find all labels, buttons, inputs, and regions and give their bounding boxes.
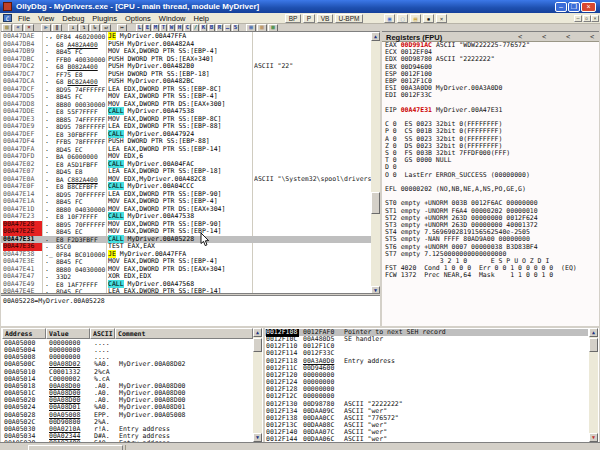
dump-header-ascii[interactable]: ASCII — [90, 328, 115, 339]
disasm-bytes: 8B45 FC — [56, 48, 106, 56]
menu-items: FileViewDebugPluginsOptionsWindowHelp — [14, 13, 213, 24]
register-line: EDI 0012F33C — [385, 92, 432, 100]
window-title: OllyDbg - MyDrivers.exe - [CPU - main th… — [16, 2, 259, 11]
scroll-thumb[interactable] — [589, 338, 598, 352]
plugin-button-p[interactable]: P — [303, 14, 315, 23]
title-bar[interactable]: OllyDbg - MyDrivers.exe - [CPU - main th… — [0, 0, 600, 13]
pane-arrow-icon[interactable]: < — [566, 33, 570, 41]
disasm-bytes: E8 B8CEFBFF — [56, 183, 106, 191]
disasm-bytes: FFB0 40030000 — [56, 56, 106, 64]
stack-pane[interactable]: 0012F1080012FAF0Pointer to next SEH reco… — [265, 328, 599, 442]
disasm-comment: ASCII "22" — [254, 63, 372, 71]
plugin-button-u-bpm[interactable]: U-BPM — [335, 14, 363, 23]
dump-scrollbar[interactable]: ▲ ▼ — [253, 328, 262, 442]
dump-header-address[interactable]: Address — [2, 328, 46, 339]
disasm-bytes: E8 55F7FFFF — [56, 108, 106, 116]
register-line: EFL 00000202 (NO,NB,NE,A,NS,PO,GE,G) — [385, 186, 526, 194]
disasm-bytes: 8B45 FC — [56, 198, 106, 206]
disasm-bytes: 8B80 04030000 — [56, 266, 106, 274]
plugin-pane-icon[interactable]: ▢ — [397, 14, 408, 23]
scroll-down-icon[interactable]: ▼ — [371, 286, 380, 294]
status-panel — [28, 445, 123, 450]
disasm-bytes: 68 B082A400 — [56, 63, 106, 71]
plugin-close-icon[interactable]: × — [436, 14, 447, 23]
scroll-down-icon[interactable]: ▼ — [589, 433, 598, 442]
disasm-row[interactable]: 00A47E36.85C0TEST EAX,EAX — [1, 243, 371, 251]
scroll-thumb[interactable] — [253, 338, 262, 352]
plugin-button-vb[interactable]: VB — [317, 14, 333, 23]
disasm-bytes: 8D45 EC — [56, 146, 106, 154]
cpu-window-icon[interactable]: C — [3, 14, 12, 22]
menu-options[interactable]: Options — [121, 13, 155, 24]
disasm-row[interactable]: 00A47DFA.8D45 ECLEA EAX,DWORD PTR SS:[EB… — [1, 146, 371, 154]
plugin-button-bp[interactable]: BP — [285, 14, 301, 23]
disasm-bytes: 85C0 — [56, 243, 106, 251]
plugin-log-icon[interactable]: ▤ — [410, 14, 421, 23]
registers-pane[interactable]: Registers (FPU) <<<< EAX 00D991AC ASCII … — [382, 31, 599, 326]
disasm-bytes: BA 06000000 — [56, 153, 106, 161]
disasm-text: LEA EAX,DWORD PTR SS:[EBP-14] — [108, 288, 251, 294]
disasm-address: 00A47E4E — [3, 288, 42, 294]
minimize-button[interactable]: – — [555, 2, 567, 12]
close-button[interactable]: × — [581, 2, 596, 12]
menu-debug[interactable]: Debug — [58, 13, 88, 24]
disasm-bytes: FFB5 78FFFFFF — [56, 138, 106, 146]
disasm-comment: ASCII "\System32\spool\drivers' — [254, 176, 372, 184]
scroll-up-icon[interactable]: ▲ — [371, 32, 380, 41]
scroll-up-icon[interactable]: ▲ — [589, 328, 598, 337]
pane-arrow-icon[interactable]: < — [542, 33, 546, 41]
stack-scrollbar[interactable]: ▲ ▼ — [589, 328, 598, 442]
disasm-bytes: E8 1AF7FFFF — [56, 281, 106, 289]
mdi-restore-icon[interactable]: ▫ — [583, 15, 591, 22]
ollydbg-window: OllyDbg - MyDrivers.exe - [CPU - main th… — [0, 0, 600, 450]
scroll-down-icon[interactable]: ▼ — [253, 433, 262, 442]
disasm-bytes: 0F84 46020000 — [56, 33, 106, 41]
register-line: EIP 00A47E31 MyDriver.00A47E31 — [385, 107, 502, 115]
disasm-bytes: 8D95 78FFFFFF — [56, 123, 106, 131]
disasm-bytes: 8B45 FC — [56, 258, 106, 266]
menu-file[interactable]: File — [14, 13, 34, 24]
disassembly-pane[interactable]: 00A47DAE.,0F84 46020000JE MyDriver.00A47… — [1, 31, 380, 294]
disasm-bytes: 8D95 70FFFFFF — [56, 191, 106, 199]
disasm-bytes: 8B80 00030000 — [56, 101, 106, 109]
menu-bar: C FileViewDebugPluginsOptionsWindowHelp … — [0, 13, 600, 24]
menu-view[interactable]: View — [34, 13, 58, 24]
menu-help[interactable]: Help — [189, 13, 212, 24]
info-line: 00A05228=MyDriver.00A05228 — [3, 298, 105, 306]
pane-arrow-icon[interactable]: < — [590, 33, 594, 41]
disasm-bytes: 8D45 EC — [56, 288, 106, 294]
plugin-console-icon[interactable]: ▪ — [423, 14, 434, 23]
scroll-up-icon[interactable]: ▲ — [253, 328, 262, 337]
dump-comment: MyDriver.00A05008 — [119, 412, 186, 420]
mdi-minimize-icon[interactable]: – — [574, 15, 582, 22]
memory-dump-pane[interactable]: AddressValueASCIIComment 00A050000000000… — [1, 328, 263, 442]
disasm-bytes: 8B45 FC — [56, 93, 106, 101]
disasm-scrollbar[interactable]: ▲ ▼ — [371, 32, 380, 294]
scroll-thumb[interactable] — [371, 192, 380, 214]
dump-comment: MyDriver.00A08D02 — [119, 361, 186, 369]
disasm-row[interactable]: 00A47E4E.8D45 ECLEA EAX,DWORD PTR SS:[EB… — [1, 288, 371, 294]
app-icon — [3, 2, 12, 11]
status-divider — [125, 445, 126, 450]
disasm-mark: . — [45, 288, 55, 294]
menu-plugins[interactable]: Plugins — [88, 13, 121, 24]
disasm-bytes: E8 30FBFFFF — [56, 131, 106, 139]
disasm-bytes: 68 A482A400 — [56, 41, 106, 49]
restore-button[interactable]: ❒ — [568, 2, 580, 12]
disasm-bytes: 8B80 04030000 — [56, 206, 106, 214]
dump-header-value[interactable]: Value — [46, 328, 90, 339]
disasm-bytes: 8B95 70FFFFFF — [56, 221, 106, 229]
disasm-bytes: 68 BC82A400 — [56, 78, 106, 86]
plugin-window-icon[interactable]: ▣ — [384, 14, 395, 23]
disasm-row[interactable]: 00A47E31.E8 F2D3FBFFCALL MyDriver.00A052… — [1, 236, 371, 244]
menu-window[interactable]: Window — [155, 13, 190, 24]
dump-header-comment[interactable]: Comment — [115, 328, 253, 339]
mdi-close-icon[interactable]: × — [591, 15, 599, 22]
disasm-bytes: E8 F2D3FBFF — [56, 236, 106, 244]
register-line: FCW 1372 Prec NEAR,64 Mask 1 1 0 0 1 0 — [385, 272, 553, 280]
disasm-bytes: BA C882A400 — [56, 176, 106, 184]
disasm-bytes: 8B45 EC — [56, 228, 106, 236]
pane-arrow-icon[interactable]: < — [518, 33, 522, 41]
disasm-bytes: 8D95 74FFFFFF — [56, 86, 106, 94]
disasm-row[interactable]: 00A47E41.8B80 04030000MOV EAX,DWORD PTR … — [1, 266, 371, 274]
